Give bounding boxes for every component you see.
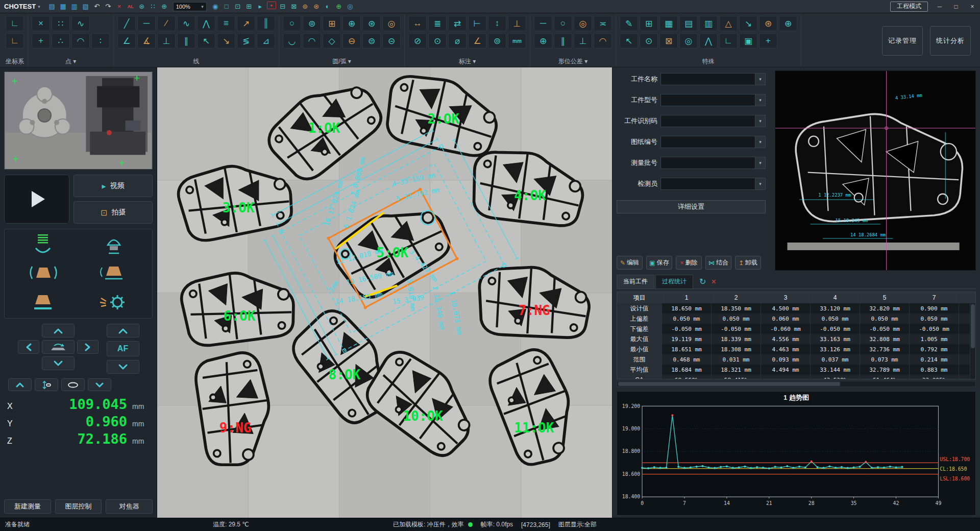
- settings-gear-icon[interactable]: ⊛: [311, 2, 322, 12]
- layers-icon[interactable]: ⊟: [277, 2, 288, 12]
- ribbon-tool-icon[interactable]: △: [719, 16, 738, 31]
- z-down-button[interactable]: [107, 360, 139, 374]
- ribbon-tool-icon[interactable]: ⊢: [468, 16, 486, 31]
- table-column-header[interactable]: 7: [910, 292, 959, 303]
- drawing-number-input[interactable]: [661, 136, 755, 148]
- inspector-combo[interactable]: ▾: [660, 178, 766, 190]
- table-row[interactable]: 平均值18.684 mm18.321 mm4.494 mm33.144 mm32…: [617, 365, 975, 375]
- focus-up-button[interactable]: [8, 378, 32, 391]
- batch-number-combo[interactable]: ▾: [660, 157, 766, 169]
- table-column-header[interactable]: 4: [811, 292, 860, 303]
- move-down-button[interactable]: [42, 356, 75, 370]
- focuser-button[interactable]: 对焦器: [106, 499, 153, 514]
- ribbon-tool-icon[interactable]: ⊘: [408, 33, 427, 49]
- table-row[interactable]: 最大值19.119 mm18.339 mm4.556 mm33.163 mm32…: [617, 334, 975, 344]
- ribbon-tool-icon[interactable]: ◎: [679, 33, 698, 49]
- ribbon-tool-icon[interactable]: ↗: [237, 16, 255, 31]
- combo-dropdown-icon[interactable]: ▾: [755, 115, 765, 127]
- ribbon-tool-icon[interactable]: ↘: [739, 16, 757, 31]
- ribbon-tool-icon[interactable]: ⊥: [157, 33, 176, 49]
- open-file-icon[interactable]: ▥: [69, 2, 80, 12]
- af-button[interactable]: AF: [107, 341, 139, 356]
- status-layer-display[interactable]: 图层显示:全部: [558, 520, 597, 529]
- ribbon-tool-icon[interactable]: ∥: [554, 33, 572, 49]
- unload-button[interactable]: ↥卸载: [735, 256, 761, 270]
- ribbon-tool-icon[interactable]: ⊛: [759, 16, 777, 31]
- drawing-number-combo[interactable]: ▾: [660, 136, 766, 148]
- ribbon-tool-icon[interactable]: ▥: [699, 16, 718, 31]
- batch-number-input[interactable]: [661, 157, 755, 168]
- table-hscrollbar[interactable]: [617, 381, 976, 387]
- focus-range-button[interactable]: [35, 378, 58, 391]
- export-file-icon[interactable]: ▧: [80, 2, 91, 12]
- workpiece-name-input[interactable]: [661, 74, 755, 85]
- ribbon-tool-icon[interactable]: ⊠: [659, 33, 678, 49]
- crosshair-icon[interactable]: ⊕: [159, 2, 170, 12]
- redo-icon[interactable]: ↷: [103, 2, 114, 12]
- table-column-header[interactable]: 3: [761, 292, 811, 303]
- ribbon-tool-icon[interactable]: ◎: [574, 16, 592, 31]
- ribbon-tool-icon[interactable]: ↕: [488, 16, 506, 31]
- ribbon-tool-icon[interactable]: ⇄: [448, 16, 467, 31]
- brightness-icon[interactable]: ◐: [322, 2, 333, 12]
- ribbon-tool-icon[interactable]: ╱: [117, 16, 136, 31]
- ribbon-tool-icon[interactable]: ∶: [91, 33, 110, 49]
- play-icon[interactable]: ▸: [255, 2, 266, 12]
- ribbon-tool-icon[interactable]: ∥: [177, 33, 195, 49]
- ribbon-tool-icon[interactable]: ⊙: [428, 33, 447, 49]
- new-measure-button[interactable]: 新建测量: [4, 499, 51, 514]
- ribbon-tool-icon[interactable]: ◇: [323, 33, 341, 49]
- ribbon-tool-icon[interactable]: ◡: [283, 33, 301, 49]
- workpiece-id-combo[interactable]: ▾: [660, 115, 766, 127]
- globe-icon[interactable]: ⊕: [333, 2, 345, 12]
- monitor-icon[interactable]: □: [221, 2, 232, 12]
- side-light-right-button[interactable]: [79, 260, 150, 287]
- ribbon-tool-icon[interactable]: ∟: [6, 16, 24, 31]
- ribbon-tool-icon[interactable]: ⊚: [303, 16, 321, 31]
- ribbon-tool-icon[interactable]: ⊿: [257, 33, 275, 49]
- statistics-analysis-button[interactable]: 统计分析: [930, 26, 971, 56]
- side-light-left-button[interactable]: [8, 260, 78, 287]
- ribbon-tool-icon[interactable]: ∠: [468, 33, 486, 49]
- workpiece-id-input[interactable]: [661, 115, 755, 127]
- delete-all-icon[interactable]: ×: [114, 2, 125, 12]
- combo-dropdown-icon[interactable]: ▾: [755, 94, 765, 106]
- record-management-button[interactable]: 记录管理: [882, 26, 923, 56]
- ribbon-tool-icon[interactable]: ║: [257, 16, 275, 31]
- move-left-button[interactable]: [18, 340, 39, 354]
- ring-light-button[interactable]: [8, 231, 78, 259]
- ribbon-tool-icon[interactable]: ⊕: [342, 16, 361, 31]
- ribbon-tool-icon[interactable]: ⊝: [382, 33, 401, 49]
- ribbon-tool-icon[interactable]: ▣: [739, 33, 757, 49]
- ribbon-tool-icon[interactable]: ∠: [117, 33, 136, 49]
- layer-control-button[interactable]: 图层控制: [55, 499, 102, 514]
- ribbon-tool-icon[interactable]: ○: [283, 16, 301, 31]
- table-column-header[interactable]: 项目: [617, 292, 662, 303]
- ribbon-tool-icon[interactable]: ≡: [217, 16, 235, 31]
- ribbon-tool-icon[interactable]: ∿: [177, 16, 195, 31]
- auto-align-icon[interactable]: AL: [125, 2, 136, 12]
- ribbon-tool-icon[interactable]: ⋀: [197, 16, 215, 31]
- ribbon-tool-icon[interactable]: ∴: [52, 33, 70, 49]
- ribbon-tool-icon[interactable]: mm: [508, 33, 526, 49]
- table-column-header[interactable]: 1: [662, 292, 712, 303]
- hscroll-thumb[interactable]: [618, 382, 840, 386]
- ribbon-tool-icon[interactable]: ◠: [594, 33, 612, 49]
- ribbon-tool-icon[interactable]: +: [759, 33, 777, 49]
- tab-current-workpiece[interactable]: 当前工件: [617, 275, 654, 288]
- move-up-button[interactable]: [42, 324, 75, 337]
- maximize-button[interactable]: □: [948, 1, 964, 13]
- table-column-header[interactable]: 2: [712, 292, 761, 303]
- table-vscrollbar[interactable]: [970, 303, 975, 379]
- zoom-select[interactable]: 100% ▾: [173, 2, 207, 11]
- workpiece-model-combo[interactable]: ▾: [660, 94, 766, 106]
- ribbon-tool-icon[interactable]: ▦: [659, 16, 678, 31]
- ribbon-tool-icon[interactable]: ⊞: [640, 16, 658, 31]
- ribbon-tool-icon[interactable]: ⊕: [779, 16, 797, 31]
- table-row[interactable]: 设计值18.650 mm18.350 mm4.500 mm33.120 mm32…: [617, 303, 975, 313]
- ribbon-tool-icon[interactable]: ◎: [382, 16, 401, 31]
- undo-icon[interactable]: ↶: [91, 2, 103, 12]
- point-grid-icon[interactable]: ∷: [148, 2, 159, 12]
- tools-gear-icon[interactable]: ⊚: [300, 2, 311, 12]
- ribbon-tool-icon[interactable]: ⊥: [574, 33, 592, 49]
